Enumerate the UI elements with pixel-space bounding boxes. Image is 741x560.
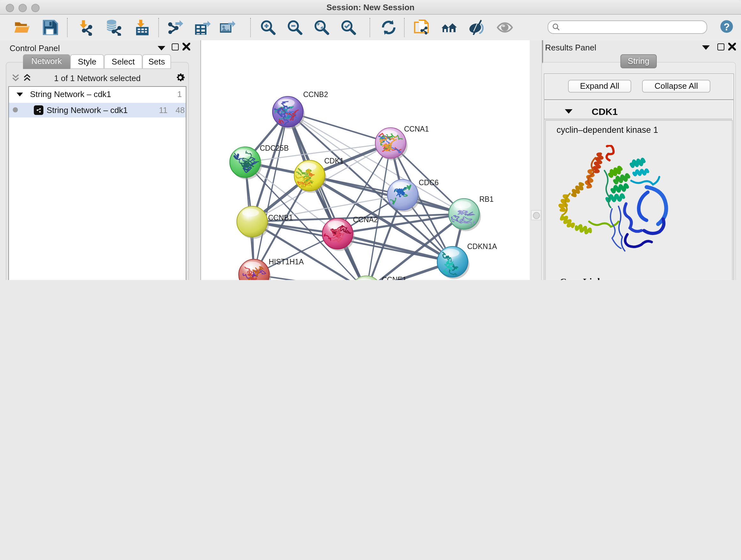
svg-text:CDC25B: CDC25B <box>260 144 289 152</box>
svg-text:CCNA2: CCNA2 <box>353 215 378 224</box>
svg-text:CDK1: CDK1 <box>324 157 344 165</box>
svg-text:RB1: RB1 <box>479 195 494 203</box>
svg-text:CCNE1: CCNE1 <box>382 275 407 280</box>
svg-text:CDC6: CDC6 <box>419 179 439 187</box>
svg-text:HIST1H1A: HIST1H1A <box>269 258 304 266</box>
svg-text:CCNB1: CCNB1 <box>268 213 293 222</box>
svg-text:CCNA1: CCNA1 <box>404 125 429 133</box>
svg-text:CCNB2: CCNB2 <box>303 90 328 99</box>
svg-text:?: ? <box>724 21 730 33</box>
svg-text:CDKN1A: CDKN1A <box>467 242 497 251</box>
